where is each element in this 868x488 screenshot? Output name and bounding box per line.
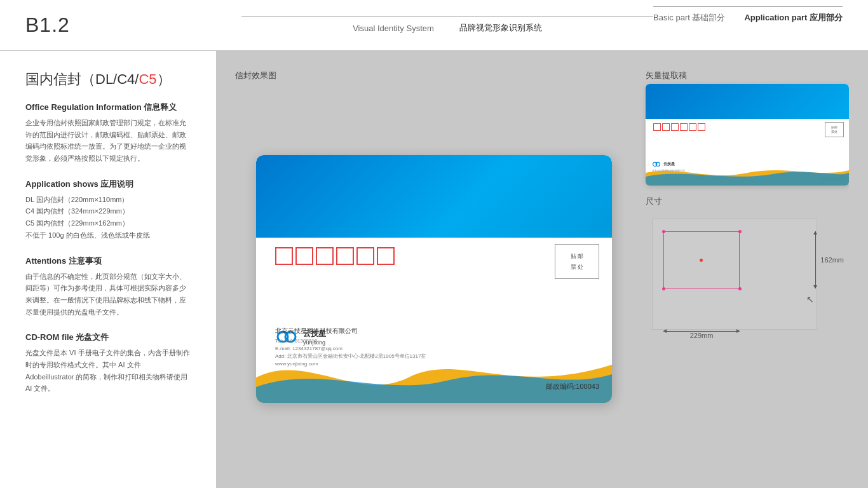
dim-diagram-wrap: 229mm 162mm ↖ bbox=[646, 212, 849, 339]
header: B1.2 Visual Identity System 品牌视觉形象识别系统 B… bbox=[0, 0, 868, 51]
section-code: B1.2 bbox=[25, 13, 241, 37]
cdrom-body: 光盘文件是本 VI 手册电子文件的集合，内含手册制作时的专用软件格式文件。其中 … bbox=[25, 347, 191, 395]
postal-boxes bbox=[275, 247, 395, 265]
vi-label: Visual Identity System bbox=[353, 24, 434, 33]
dim-width-label: 229mm bbox=[663, 332, 740, 339]
vec-top-blue bbox=[646, 84, 849, 119]
envelope-wrap: 贴 邮 票 处 bbox=[235, 89, 633, 469]
envelope-preview-label: 信封效果图 bbox=[235, 70, 633, 81]
envelope: 贴 邮 票 处 bbox=[256, 155, 612, 403]
dimensions-section: 尺寸 bbox=[646, 196, 849, 339]
office-regulation-block: Office Regulation Information 信息释义 企业专用信… bbox=[25, 102, 191, 165]
header-right: Basic part 基础部分 Application part 应用部分 bbox=[653, 6, 843, 24]
application-shows-body: DL 国内信封（220mm×110mm） C4 国内信封（324mm×229mm… bbox=[25, 194, 191, 241]
vec-wave-svg bbox=[646, 165, 849, 186]
dim-dot-tl bbox=[662, 230, 665, 233]
attentions-heading: Attentions 注意事项 bbox=[25, 255, 191, 267]
office-regulation-heading: Office Regulation Information 信息释义 bbox=[25, 102, 191, 113]
envelope-stamp-area: 贴 邮 票 处 bbox=[555, 244, 599, 279]
dim-dot-tr bbox=[738, 230, 742, 233]
attentions-block: Attentions 注意事项 由于信息的不确定性，此页部分规范（如文字大小、间… bbox=[25, 255, 191, 318]
main-content: 国内信封（DL/C4/C5） Office Regulation Informa… bbox=[0, 51, 868, 488]
dim-dot-br bbox=[738, 287, 742, 290]
vec-postal-box-4 bbox=[680, 123, 688, 131]
vi-cn-label: 品牌视觉形象识别系统 bbox=[459, 22, 542, 34]
vec-postal-box-5 bbox=[689, 123, 696, 131]
vec-postal-box-3 bbox=[671, 123, 679, 131]
stamp-text-2: 票 处 bbox=[571, 263, 584, 271]
content-top: 信封效果图 bbox=[235, 70, 849, 469]
dim-label: 尺寸 bbox=[646, 196, 849, 207]
header-left: B1.2 bbox=[25, 13, 241, 37]
envelope-address: 北京云技星网络科技有限公司 Tel: 010-81308918 E-mail: … bbox=[275, 327, 426, 368]
office-regulation-body: 企业专用信封依照国家邮政管理部门规定，在标准允许的范围内进行设计，邮政编码框、贴… bbox=[25, 117, 191, 165]
attentions-body: 由于信息的不确定性，此页部分规范（如文字大小、间距等）可作为参考使用，具体可根据… bbox=[25, 271, 191, 318]
vector-envelope-group: 矢量提取稿 贴邮票处 bbox=[646, 70, 849, 186]
postal-box-5 bbox=[356, 247, 374, 265]
cdrom-heading: CD-ROM file 光盘文件 bbox=[25, 332, 191, 343]
application-part-label: Application part 应用部分 bbox=[744, 12, 843, 24]
vec-stamp-text: 贴邮票处 bbox=[831, 125, 837, 134]
header-center-row: Visual Identity System 品牌视觉形象识别系统 bbox=[353, 22, 542, 34]
cursor-icon: ↖ bbox=[806, 294, 814, 304]
stamp-text-1: 贴 邮 bbox=[571, 252, 584, 261]
sidebar: 国内信封（DL/C4/C5） Office Regulation Informa… bbox=[0, 51, 216, 488]
header-center: Visual Identity System 品牌视觉形象识别系统 bbox=[241, 17, 653, 34]
cdrom-block: CD-ROM file 光盘文件 光盘文件是本 VI 手册电子文件的集合，内含手… bbox=[25, 332, 191, 395]
vector-label: 矢量提取稿 bbox=[646, 70, 849, 81]
postal-box-6 bbox=[377, 247, 395, 265]
vec-postal-box-6 bbox=[698, 123, 705, 131]
envelope-preview-section: 信封效果图 bbox=[235, 70, 633, 469]
application-shows-heading: Application shows 应用说明 bbox=[25, 179, 191, 190]
postal-code: 邮政编码:100043 bbox=[546, 382, 599, 391]
vec-stamp: 贴邮票处 bbox=[825, 122, 844, 137]
dim-dot-bl bbox=[662, 287, 665, 290]
vec-postal-boxes bbox=[653, 123, 705, 131]
page-title: 国内信封（DL/C4/C5） bbox=[25, 70, 191, 89]
postal-box-2 bbox=[295, 247, 313, 265]
dim-arrow-v bbox=[815, 231, 816, 288]
vector-section: 矢量提取稿 贴邮票处 bbox=[646, 70, 849, 469]
vec-postal-box-2 bbox=[662, 123, 670, 131]
envelope-top-blue bbox=[256, 155, 612, 238]
dim-dot-center bbox=[700, 259, 703, 262]
basic-part-label: Basic part 基础部分 bbox=[653, 12, 725, 24]
postal-box-1 bbox=[275, 247, 293, 265]
postal-box-3 bbox=[316, 247, 334, 265]
postal-box-4 bbox=[336, 247, 354, 265]
content-area: 信封效果图 bbox=[216, 51, 868, 488]
application-shows-block: Application shows 应用说明 DL 国内信封（220mm×110… bbox=[25, 179, 191, 241]
address-lines: Tel: 010-81308918 E-mail: 1234321787@qq.… bbox=[275, 337, 426, 368]
vector-envelope: 贴邮票处 云技星 北京云技星网络科技有限公司 bbox=[646, 84, 849, 186]
company-name: 北京云技星网络科技有限公司 bbox=[275, 327, 426, 336]
dim-height-label: 162mm bbox=[820, 231, 844, 288]
vec-postal-box-1 bbox=[653, 123, 661, 131]
